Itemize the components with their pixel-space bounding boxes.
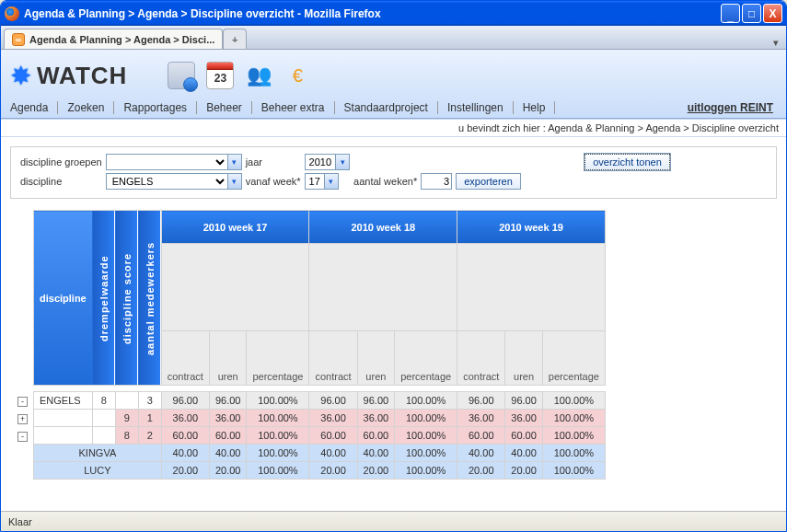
dropdown-arrow-icon[interactable]: ▾ — [227, 173, 242, 190]
data-cell: 40.00 — [505, 445, 543, 462]
week-header: 2010 week 18 — [309, 211, 457, 244]
sub-contract: contract — [309, 331, 357, 386]
person-name: KINGVA — [34, 445, 162, 462]
data-cell: 20.00 — [357, 462, 395, 480]
data-cell: 60.00 — [457, 427, 505, 445]
menu-beheer[interactable]: Beheer — [197, 101, 252, 114]
data-cell: 20.00 — [209, 462, 247, 480]
data-cell: 100.00% — [247, 462, 309, 480]
firefox-titlebar: Agenda & Planning > Agenda > Discipline … — [1, 1, 786, 26]
data-cell: 96.00 — [357, 392, 395, 410]
sub-percentage: percentage — [542, 331, 605, 386]
data-cell: 40.00 — [357, 445, 395, 462]
data-cell: 100.00% — [542, 462, 605, 480]
data-cell: 100.00% — [395, 392, 457, 410]
menu-zoeken[interactable]: Zoeken — [58, 101, 114, 114]
data-cell: 100.00% — [542, 427, 605, 445]
discipline-groepen-select[interactable] — [106, 154, 227, 170]
dropdown-arrow-icon[interactable]: ▾ — [335, 154, 350, 170]
tab-list-dropdown[interactable]: ▾ — [769, 37, 783, 49]
menu-instellingen[interactable]: Instellingen — [438, 101, 514, 114]
data-cell: 100.00% — [395, 427, 457, 445]
data-cell: 100.00% — [247, 445, 309, 462]
data-cell: 96.00 — [161, 392, 209, 410]
row-toggle[interactable]: - — [17, 397, 28, 407]
tab-title: Agenda & Planning > Agenda > Disci... — [29, 34, 214, 45]
browser-tabstrip: ∞ Agenda & Planning > Agenda > Disci... … — [1, 26, 786, 50]
data-cell: 60.00 — [505, 427, 543, 445]
data-cell: 96.00 — [505, 392, 543, 410]
col-discipline-score: discipline score — [115, 211, 138, 386]
agenda-icon[interactable] — [168, 62, 195, 89]
data-cell: 20.00 — [457, 462, 505, 480]
data-cell: 100.00% — [395, 462, 457, 480]
menu-help[interactable]: Help — [514, 101, 556, 114]
row-toggle[interactable]: + — [17, 414, 28, 424]
sub-uren: uren — [209, 331, 247, 386]
dropdown-arrow-icon[interactable]: ▾ — [324, 173, 339, 190]
discipline-select[interactable]: ENGELS — [106, 173, 227, 190]
app-name: WATCH — [37, 62, 127, 90]
window-minimize-button[interactable]: _ — [721, 4, 740, 23]
col-drempelwaarde: drempelwaarde — [92, 211, 115, 386]
menu-rapportages[interactable]: Rapportages — [114, 101, 197, 114]
logout-link[interactable]: uitloggen REINT — [688, 101, 777, 114]
euro-icon[interactable]: € — [284, 62, 311, 89]
data-cell: 36.00 — [209, 410, 247, 427]
sub-contract: contract — [457, 331, 505, 386]
sub-uren: uren — [505, 331, 543, 386]
col-aantal-medewerkers: aantal medewerkers — [138, 211, 161, 386]
logo-star-icon: ✸ — [10, 61, 31, 91]
new-tab-button[interactable]: + — [223, 29, 247, 49]
vanaf-week-value[interactable]: 17 — [305, 173, 324, 190]
data-cell: 100.00% — [542, 445, 605, 462]
data-cell: 40.00 — [209, 445, 247, 462]
dropdown-arrow-icon[interactable]: ▾ — [227, 154, 242, 170]
status-bar: Klaar — [1, 511, 786, 531]
exporteren-button[interactable]: exporteren — [456, 173, 521, 190]
data-cell: 20.00 — [505, 462, 543, 480]
data-cell: 96.00 — [209, 392, 247, 410]
data-cell: 100.00% — [247, 410, 309, 427]
sub-percentage: percentage — [395, 331, 457, 386]
data-cell: 36.00 — [309, 410, 357, 427]
discipline-name: ENGELS — [34, 392, 93, 410]
data-cell: 60.00 — [161, 427, 209, 445]
data-cell: 40.00 — [309, 445, 357, 462]
jaar-value[interactable]: 2010 — [305, 154, 335, 170]
main-menu: Agenda Zoeken Rapportages Beheer Beheer … — [10, 96, 777, 118]
aantal-weken-input[interactable] — [421, 173, 452, 190]
data-cell: 40.00 — [161, 445, 209, 462]
browser-tab-active[interactable]: ∞ Agenda & Planning > Agenda > Disci... — [4, 29, 223, 49]
data-cell: 36.00 — [357, 410, 395, 427]
sub-percentage: percentage — [247, 331, 309, 386]
data-cell: 20.00 — [161, 462, 209, 480]
app-logo: ✸ WATCH — [10, 61, 127, 91]
data-cell: 100.00% — [395, 410, 457, 427]
data-cell: 96.00 — [309, 392, 357, 410]
window-maximize-button[interactable]: □ — [742, 4, 761, 23]
calendar-icon[interactable]: 23 — [206, 62, 234, 89]
menu-agenda[interactable]: Agenda — [10, 101, 58, 114]
menu-standaardproject[interactable]: Standaardproject — [335, 101, 438, 114]
people-icon[interactable]: 👥 — [245, 62, 272, 89]
firefox-icon — [5, 6, 19, 21]
data-cell: 100.00% — [542, 392, 605, 410]
overzicht-tonen-button[interactable]: overzicht tonen — [584, 154, 670, 170]
week-header: 2010 week 19 — [457, 211, 606, 244]
data-cell: 36.00 — [457, 410, 505, 427]
data-cell: 100.00% — [395, 445, 457, 462]
menu-beheer-extra[interactable]: Beheer extra — [252, 101, 335, 114]
window-title: Agenda & Planning > Agenda > Discipline … — [24, 7, 721, 20]
data-cell: 100.00% — [542, 410, 605, 427]
discipline-grid: discipline drempelwaarde discipline scor… — [12, 210, 606, 480]
data-cell: 36.00 — [161, 410, 209, 427]
person-name: LUCY — [34, 462, 162, 480]
data-cell: 60.00 — [357, 427, 395, 445]
jaar-label: jaar — [246, 156, 262, 168]
vanaf-week-label: vanaf week* — [246, 176, 301, 187]
discipline-name — [34, 427, 93, 445]
row-toggle[interactable]: - — [17, 432, 28, 442]
window-close-button[interactable]: X — [763, 4, 782, 23]
discipline-groepen-label: discipline groepen — [20, 156, 102, 168]
